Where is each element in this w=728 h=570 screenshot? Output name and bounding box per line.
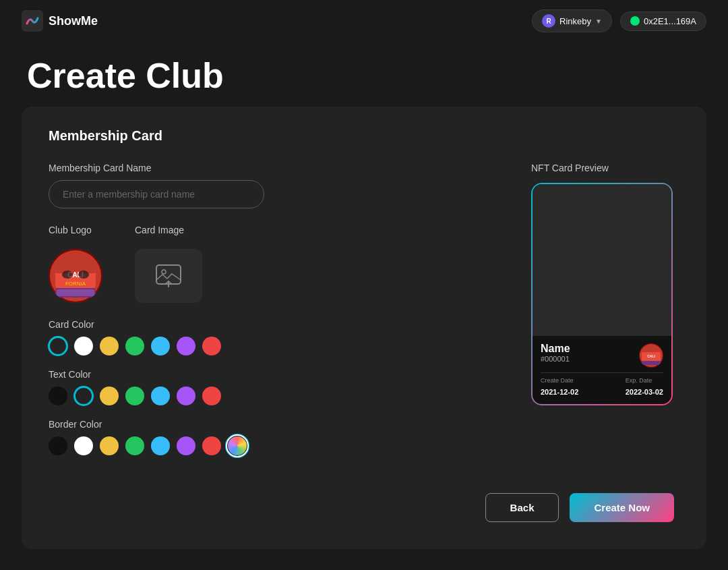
card-image-upload-button[interactable]: [135, 249, 202, 303]
nft-card-avatar: CALI: [639, 343, 663, 368]
content-layout: Membership Card Name Club Logo: [49, 163, 679, 469]
card-color-blue[interactable]: [151, 337, 170, 355]
border-color-yellow[interactable]: [100, 436, 119, 455]
card-color-section: Card Color: [49, 319, 477, 355]
nft-exp-date: 2022-03-02: [626, 388, 663, 396]
nft-create-date-block: Create Date 2021-12-02: [541, 377, 578, 397]
svg-point-8: [78, 270, 89, 279]
nft-preview-panel: NFT Card Preview Name #000001: [531, 163, 679, 469]
border-color-red[interactable]: [202, 436, 221, 455]
wallet-address: 0x2E1...169A: [644, 16, 696, 26]
card-color-purple[interactable]: [177, 337, 195, 355]
image-row: Club Logo CALI FORNIA: [49, 225, 477, 303]
card-color-red[interactable]: [202, 337, 221, 355]
page-title: Create Club: [27, 55, 701, 96]
membership-card-name-input[interactable]: [49, 180, 264, 208]
showme-logo-icon: [22, 10, 43, 32]
card-color-yellow[interactable]: [100, 337, 119, 355]
border-color-white[interactable]: [74, 436, 93, 455]
upload-image-icon: [155, 264, 182, 288]
wallet-status-dot: [630, 16, 640, 26]
nft-create-date: 2021-12-02: [541, 388, 578, 396]
border-color-black[interactable]: [49, 436, 67, 455]
card-name-label: Membership Card Name: [49, 163, 477, 173]
nft-exp-date-block: Exp. Date 2022-03-02: [626, 377, 663, 397]
section-title: Membership Card: [49, 128, 679, 144]
chevron-down-icon: ▼: [595, 18, 602, 25]
border-color-section: Border Color: [49, 419, 477, 455]
svg-rect-10: [57, 289, 94, 296]
nft-divider: [541, 372, 663, 373]
card-image-label: Card Image: [135, 225, 202, 235]
nft-card-image-area: [533, 184, 671, 336]
svg-text:FORNIA: FORNIA: [65, 281, 86, 287]
wallet-badge: 0x2E1...169A: [620, 11, 706, 31]
header: ShowMe R Rinkeby ▼ 0x2E1...169A: [0, 0, 728, 42]
text-color-blue[interactable]: [151, 387, 170, 405]
page-title-area: Create Club: [0, 42, 728, 107]
footer-buttons: Back Create Now: [49, 493, 679, 522]
text-color-yellow[interactable]: [100, 387, 119, 405]
club-logo-field: Club Logo CALI FORNIA: [49, 225, 102, 303]
border-color-swatches: [49, 436, 477, 455]
nft-name-block: Name #000001: [541, 343, 570, 368]
network-avatar: R: [542, 14, 555, 28]
nft-card-id: #000001: [541, 355, 570, 363]
border-color-gradient[interactable]: [228, 436, 247, 455]
nft-exp-date-label: Exp. Date: [626, 377, 663, 384]
text-color-red[interactable]: [202, 387, 221, 405]
nft-card-bottom: Name #000001 CALI: [533, 336, 671, 404]
nft-create-date-label: Create Date: [541, 377, 578, 384]
card-color-label: Card Color: [49, 319, 477, 330]
nft-dates-row: Create Date 2021-12-02 Exp. Date 2022-03…: [541, 377, 663, 397]
nft-preview-label: NFT Card Preview: [531, 163, 679, 173]
nft-card-name: Name: [541, 343, 570, 355]
logo-text: ShowMe: [49, 14, 98, 28]
svg-point-12: [162, 270, 166, 274]
svg-rect-18: [642, 361, 661, 365]
text-color-cyan[interactable]: [74, 387, 93, 405]
border-color-green[interactable]: [125, 436, 144, 455]
nft-card-inner: Name #000001 CALI: [533, 184, 671, 404]
svg-text:CALI: CALI: [647, 354, 655, 358]
text-color-black[interactable]: [49, 387, 67, 405]
nft-name-row: Name #000001 CALI: [541, 343, 663, 368]
card-name-field: Membership Card Name: [49, 163, 477, 208]
svg-point-7: [62, 270, 73, 279]
text-color-label: Text Color: [49, 369, 477, 380]
nft-avatar-image: CALI: [639, 343, 663, 368]
club-logo-label: Club Logo: [49, 225, 102, 235]
text-color-green[interactable]: [125, 387, 144, 405]
create-now-button[interactable]: Create Now: [570, 493, 674, 522]
card-color-white[interactable]: [74, 337, 93, 355]
card-image-field: Card Image: [135, 225, 202, 303]
border-color-purple[interactable]: [177, 436, 195, 455]
border-color-blue[interactable]: [151, 436, 170, 455]
club-logo-image: CALI FORNIA: [49, 249, 102, 303]
card-color-transparent[interactable]: [49, 337, 67, 355]
text-color-swatches: [49, 387, 477, 405]
club-logo-upload[interactable]: CALI FORNIA: [49, 249, 102, 303]
nft-card-preview: Name #000001 CALI: [531, 183, 673, 405]
main-container: Membership Card Membership Card Name Clu…: [22, 107, 706, 549]
back-button[interactable]: Back: [485, 493, 559, 522]
logo-area: ShowMe: [22, 10, 98, 32]
header-right: R Rinkeby ▼ 0x2E1...169A: [532, 9, 706, 32]
left-panel: Membership Card Name Club Logo: [49, 163, 477, 469]
network-label: Rinkeby: [559, 16, 591, 26]
network-selector[interactable]: R Rinkeby ▼: [532, 9, 612, 32]
border-color-label: Border Color: [49, 419, 477, 430]
text-color-purple[interactable]: [177, 387, 195, 405]
card-color-green[interactable]: [125, 337, 144, 355]
text-color-section: Text Color: [49, 369, 477, 405]
card-color-swatches: [49, 337, 477, 355]
